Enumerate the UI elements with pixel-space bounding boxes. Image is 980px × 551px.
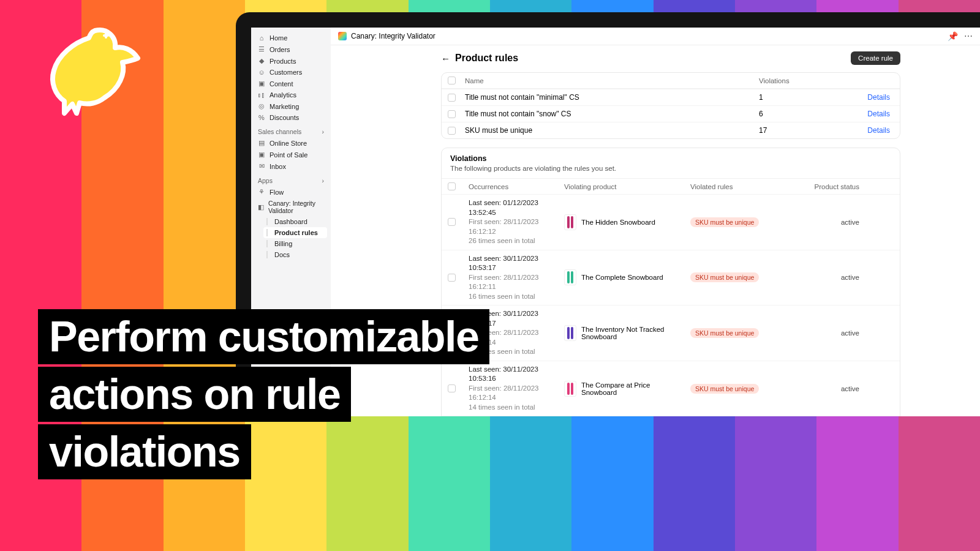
violated-rule-cell: SKU must be unique xyxy=(690,272,794,282)
rule-row[interactable]: Title must not contain "snow" CS6Details xyxy=(442,105,900,122)
violations-title: Violations xyxy=(450,154,891,163)
orders-icon: ☰ xyxy=(258,45,265,53)
canary-icon: ◧ xyxy=(258,203,264,211)
headline-line-3: violations xyxy=(38,424,251,479)
violations-card: Violations The following products are vi… xyxy=(441,148,900,416)
col-name: Name xyxy=(465,77,759,84)
chevron-right-icon[interactable]: › xyxy=(322,128,325,135)
canary-logo-icon xyxy=(31,12,153,135)
discounts-icon: % xyxy=(258,114,265,121)
violations-subtitle: The following products are violating the… xyxy=(450,165,891,172)
violation-row[interactable]: Last seen: 30/11/2023 10:53:17First seen… xyxy=(442,250,900,305)
product-thumbnail-icon xyxy=(564,214,576,230)
rule-violation-count: 1 xyxy=(759,93,839,102)
customers-icon: ☺ xyxy=(258,69,265,76)
product-thumbnail-icon xyxy=(564,325,576,341)
nav-discounts[interactable]: %Discounts xyxy=(255,112,327,123)
rules-header-row: Name Violations xyxy=(442,73,900,89)
rule-violation-count: 17 xyxy=(759,126,839,135)
rule-details-link[interactable]: Details xyxy=(839,110,894,118)
nav-online-store[interactable]: ▤Online Store xyxy=(255,137,327,149)
rule-pill: SKU must be unique xyxy=(690,328,759,338)
violations-header-row: Occurrences Violating product Violated r… xyxy=(442,178,900,194)
product-cell: The Inventory Not Tracked Snowboard xyxy=(564,325,687,341)
rule-name: Title must not contain "snow" CS xyxy=(465,110,759,118)
rule-checkbox[interactable] xyxy=(448,94,456,102)
analytics-icon: ⫾⫿ xyxy=(258,91,265,99)
marketing-headline: Perform customizable actions on rule vio… xyxy=(38,309,489,479)
product-name: The Complete Snowboard xyxy=(581,274,663,281)
nav-pos[interactable]: ▣Point of Sale xyxy=(255,149,327,160)
select-all-checkbox[interactable] xyxy=(448,77,456,84)
rule-row[interactable]: SKU must be unique17Details xyxy=(442,122,900,138)
violated-rule-cell: SKU must be unique xyxy=(690,328,794,338)
chevron-right-icon[interactable]: › xyxy=(322,177,325,184)
nav-product-rules[interactable]: Product rules xyxy=(263,227,327,238)
store-icon: ▤ xyxy=(258,139,265,147)
rules-card: Name Violations Title must not contain "… xyxy=(441,72,900,139)
app-logo-icon xyxy=(338,32,347,40)
home-icon: ⌂ xyxy=(258,34,265,42)
nav-billing[interactable]: Billing xyxy=(263,238,327,249)
violation-row[interactable]: Last seen: 30/11/2023 10:53:17First seen… xyxy=(442,305,900,361)
violation-row[interactable]: Last seen: 30/11/2023 10:53:16First seen… xyxy=(442,361,900,416)
product-name: The Hidden Snowboard xyxy=(581,219,655,226)
back-arrow-icon[interactable]: ← xyxy=(441,53,450,64)
rule-checkbox[interactable] xyxy=(448,110,456,118)
product-name: The Inventory Not Tracked Snowboard xyxy=(581,326,687,340)
violation-checkbox[interactable] xyxy=(448,218,456,226)
violated-rule-cell: SKU must be unique xyxy=(690,217,794,227)
nav-docs[interactable]: Docs xyxy=(263,249,327,260)
rule-details-link[interactable]: Details xyxy=(839,93,894,102)
rule-violation-count: 6 xyxy=(759,110,839,118)
col-occurrences: Occurrences xyxy=(469,183,560,190)
page-header: ← Product rules Create rule xyxy=(441,51,900,65)
select-all-violations-checkbox[interactable] xyxy=(448,182,456,190)
occurrence-cell: Last seen: 01/12/2023 13:52:45First seen… xyxy=(469,198,560,246)
violation-row[interactable]: Last seen: 30/11/2023 10:53:15First seen… xyxy=(442,416,900,416)
status-cell: active xyxy=(798,219,859,226)
nav-dashboard[interactable]: Dashboard xyxy=(263,216,327,227)
nav-canary-app[interactable]: ◧Canary: Integrity Validator xyxy=(255,198,327,216)
headline-line-1: Perform customizable xyxy=(38,309,489,364)
pos-icon: ▣ xyxy=(258,151,265,159)
rule-pill: SKU must be unique xyxy=(690,272,759,282)
product-cell: The Compare at Price Snowboard xyxy=(564,381,687,397)
create-rule-button[interactable]: Create rule xyxy=(851,51,900,65)
product-cell: The Hidden Snowboard xyxy=(564,214,687,230)
status-cell: active xyxy=(798,274,859,281)
rule-pill: SKU must be unique xyxy=(690,217,759,227)
col-status: Product status xyxy=(798,183,859,190)
rule-name: SKU must be unique xyxy=(465,126,759,135)
occurrence-cell: Last seen: 30/11/2023 10:53:17First seen… xyxy=(469,254,560,302)
more-icon[interactable]: ⋯ xyxy=(964,31,973,41)
apps-label: Apps› xyxy=(255,172,327,186)
rule-pill: SKU must be unique xyxy=(690,384,759,394)
nav-inbox[interactable]: ✉Inbox xyxy=(255,160,327,172)
pin-icon[interactable]: 📌 xyxy=(948,31,958,41)
nav-products[interactable]: ◆Products xyxy=(255,55,327,67)
nav-content[interactable]: ▣Content xyxy=(255,78,327,89)
topbar-title: Canary: Integrity Validator xyxy=(351,32,435,40)
nav-marketing[interactable]: ◎Marketing xyxy=(255,100,327,112)
status-cell: active xyxy=(798,385,859,392)
products-icon: ◆ xyxy=(258,57,265,65)
product-thumbnail-icon xyxy=(564,269,576,285)
col-product: Violating product xyxy=(564,183,687,190)
marketing-icon: ◎ xyxy=(258,102,265,110)
product-cell: The Complete Snowboard xyxy=(564,269,687,285)
violation-row[interactable]: Last seen: 01/12/2023 13:52:45First seen… xyxy=(442,194,900,250)
inbox-icon: ✉ xyxy=(258,162,265,170)
rule-details-link[interactable]: Details xyxy=(839,126,894,135)
nav-customers[interactable]: ☺Customers xyxy=(255,67,327,78)
rule-row[interactable]: Title must not contain "minimal" CS1Deta… xyxy=(442,89,900,105)
nav-flow[interactable]: ⚘Flow xyxy=(255,186,327,198)
nav-analytics[interactable]: ⫾⫿Analytics xyxy=(255,89,327,100)
rule-checkbox[interactable] xyxy=(448,127,456,135)
nav-home[interactable]: ⌂Home xyxy=(255,32,327,43)
violation-checkbox[interactable] xyxy=(448,274,456,282)
flow-icon: ⚘ xyxy=(258,188,265,196)
rule-name: Title must not contain "minimal" CS xyxy=(465,93,759,102)
col-violations: Violations xyxy=(759,77,839,84)
nav-orders[interactable]: ☰Orders xyxy=(255,43,327,55)
